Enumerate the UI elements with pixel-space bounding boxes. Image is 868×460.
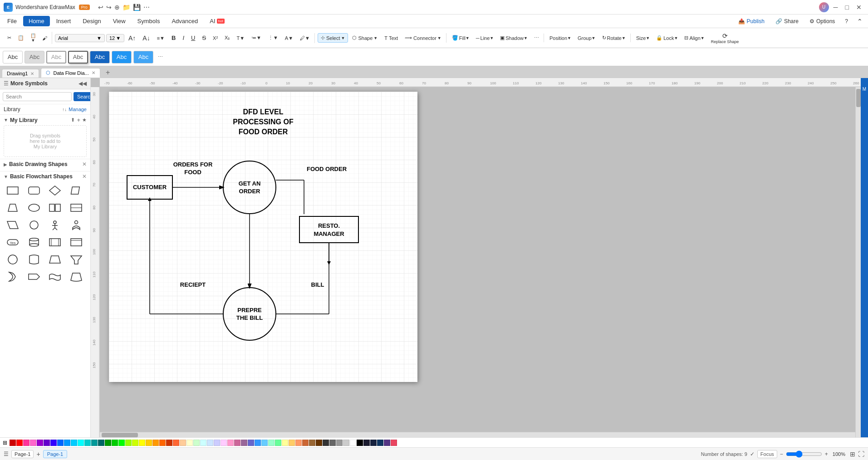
color-swatch[interactable]: [357, 440, 363, 446]
shape-arrow-rect[interactable]: [25, 269, 43, 284]
scrollbar-v[interactable]: [855, 87, 861, 437]
color-swatch[interactable]: [173, 440, 179, 446]
shape-rect-split-h[interactable]: [67, 200, 85, 215]
save-btn[interactable]: 💾: [133, 4, 141, 11]
undo-btn[interactable]: ↩: [98, 4, 103, 11]
star-icon[interactable]: ★: [82, 117, 87, 123]
underline-btn[interactable]: U: [188, 33, 198, 43]
color-swatch[interactable]: [343, 440, 349, 446]
color-swatch[interactable]: [309, 440, 315, 446]
font-increase-btn[interactable]: A↑: [126, 33, 138, 43]
search-button[interactable]: Search: [74, 92, 91, 101]
menu-ai[interactable]: AI hot: [204, 16, 230, 26]
color-swatch[interactable]: [370, 440, 377, 446]
shape-tool-btn[interactable]: ⬡ Shape ▼: [349, 34, 380, 42]
open-btn[interactable]: 📁: [123, 4, 130, 11]
tab-add-btn[interactable]: +: [103, 68, 113, 78]
numbered-list-btn[interactable]: ⋮▼: [265, 34, 281, 42]
connector-tool-btn[interactable]: ⟿ Connector ▼: [402, 34, 444, 42]
publish-btn[interactable]: 📤 Publish: [734, 17, 769, 26]
cut-btn[interactable]: ✂: [5, 34, 14, 42]
size-btn[interactable]: Size ▼: [633, 34, 652, 42]
style-preset-6[interactable]: Abc: [112, 51, 132, 64]
menu-home[interactable]: Home: [23, 16, 50, 26]
replace-shape-btn[interactable]: ⟳ Replace Shape: [708, 30, 742, 46]
color-swatch[interactable]: [50, 440, 57, 446]
fit-page-btn[interactable]: ⊞: [850, 450, 855, 458]
menu-advanced[interactable]: Advanced: [166, 16, 203, 26]
zoom-percent[interactable]: 100%: [831, 450, 847, 458]
shape-proc[interactable]: [46, 234, 64, 250]
color-swatch[interactable]: [234, 440, 240, 446]
tab-drawing1[interactable]: Drawing1 ✕: [2, 69, 39, 78]
color-swatch[interactable]: [37, 440, 43, 446]
color-swatch[interactable]: [248, 440, 254, 446]
subscript-btn[interactable]: X₂: [222, 34, 232, 42]
shape-crescent[interactable]: [4, 269, 22, 284]
font-decrease-btn[interactable]: A↓: [140, 33, 152, 43]
color-swatch[interactable]: [261, 440, 268, 446]
color-swatch[interactable]: [295, 440, 302, 446]
color-picker-icon[interactable]: ⊞: [3, 440, 7, 446]
color-swatch[interactable]: [118, 440, 125, 446]
shape-funnel[interactable]: [67, 251, 85, 267]
new-btn[interactable]: ⊕: [114, 4, 120, 11]
color-swatch[interactable]: [268, 440, 275, 446]
text-size-btn[interactable]: T▼: [234, 34, 247, 42]
tab-drawing1-close[interactable]: ✕: [30, 71, 34, 76]
menu-file[interactable]: File: [2, 16, 22, 26]
panel-collapse-btn[interactable]: ◀◀: [78, 80, 87, 87]
fill-btn[interactable]: 🪣 Fill ▼: [449, 34, 472, 42]
add-library-btn[interactable]: +: [77, 117, 80, 123]
color-swatch[interactable]: [166, 440, 172, 446]
color-swatch[interactable]: [91, 440, 98, 446]
color-swatch[interactable]: [180, 440, 186, 446]
position-btn[interactable]: Position ▼: [547, 34, 574, 42]
menu-design[interactable]: Design: [77, 16, 106, 26]
color-swatch[interactable]: [384, 440, 390, 446]
copy-btn[interactable]: 📋: [15, 34, 27, 42]
color-swatch[interactable]: [84, 440, 91, 446]
add-page-btn[interactable]: +: [36, 450, 40, 458]
color-swatch[interactable]: [227, 440, 234, 446]
manage-label[interactable]: Manage: [69, 107, 87, 112]
menu-view[interactable]: View: [108, 16, 131, 26]
close-btn[interactable]: ✕: [853, 3, 864, 12]
align-btn[interactable]: ⊟ Align ▼: [682, 34, 707, 42]
shape-person2[interactable]: [67, 217, 85, 233]
shape-diamond[interactable]: [46, 182, 64, 198]
italic-btn[interactable]: I: [180, 33, 187, 43]
styles-more-btn[interactable]: ⋯: [155, 53, 166, 61]
color-swatch[interactable]: [377, 440, 383, 446]
color-swatch[interactable]: [336, 440, 343, 446]
color-swatch[interactable]: [207, 440, 213, 446]
shape-split-rect[interactable]: [46, 200, 64, 215]
options-btn[interactable]: ⚙ Options: [805, 17, 839, 26]
color-swatch[interactable]: [98, 440, 104, 446]
shape-rounded-trap[interactable]: [67, 269, 85, 284]
prepre-bill-shape[interactable]: [223, 288, 276, 340]
color-swatch[interactable]: [302, 440, 309, 446]
zoom-slider[interactable]: [786, 450, 822, 458]
color-swatch[interactable]: [30, 440, 36, 446]
scrollbar-h[interactable]: [100, 432, 855, 437]
color-swatch[interactable]: [159, 440, 166, 446]
get-an-order-shape[interactable]: [223, 161, 276, 214]
color-swatch[interactable]: [139, 440, 145, 446]
format-painter-btn[interactable]: 🖌: [39, 34, 50, 42]
shape-proc2[interactable]: [67, 234, 85, 250]
color-swatch[interactable]: [275, 440, 281, 446]
color-swatch[interactable]: [289, 440, 295, 446]
color-swatch[interactable]: [323, 440, 329, 446]
text-tool-btn[interactable]: T Text: [382, 34, 401, 42]
color-swatch[interactable]: [221, 440, 227, 446]
export-icon[interactable]: ⬆: [71, 117, 75, 123]
color-swatch[interactable]: [152, 440, 159, 446]
close-flowchart[interactable]: ✕: [82, 173, 87, 180]
superscript-btn[interactable]: X²: [210, 34, 221, 42]
bold-btn[interactable]: B: [169, 33, 178, 43]
more-btn[interactable]: ⋯: [143, 4, 150, 11]
focus-btn[interactable]: Focus: [757, 450, 777, 458]
color-swatch[interactable]: [112, 440, 118, 446]
canvas-scroll[interactable]: DFD LEVEL PROCESSING OF FOOD ORDER CUSTO…: [100, 87, 861, 437]
